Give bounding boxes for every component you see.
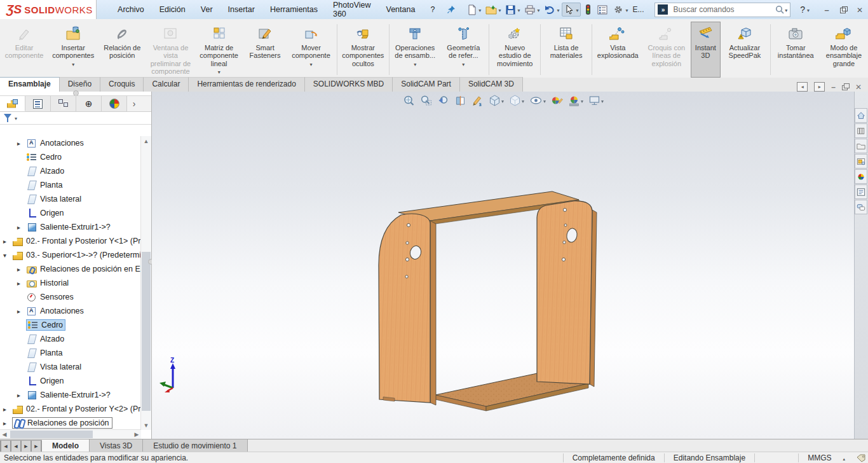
ribbon-button-mostrar-componentes-ocultos[interactable]: Mostrar componentes ocultos: [338, 22, 388, 78]
tree-item[interactable]: Vista lateral: [0, 360, 141, 374]
tree-item[interactable]: Saliente-Extruir1->?: [0, 388, 141, 402]
ribbon-button-modo-ensamblaje-grande[interactable]: Modo de ensamblaje grande: [820, 22, 868, 78]
file-explorer-icon[interactable]: [855, 154, 867, 169]
ribbon-button-vista-explosionada[interactable]: Vista explosionada: [593, 22, 642, 78]
last-tab-button[interactable]: ▶: [31, 440, 42, 452]
tree-item[interactable]: Relaciones de posición: [0, 416, 141, 430]
tree-item[interactable]: Historial: [0, 276, 141, 290]
tag-icon[interactable]: [854, 454, 868, 462]
menu-herramientas[interactable]: Herramientas: [263, 2, 325, 17]
chevron-down-icon[interactable]: [785, 5, 787, 14]
tree-item[interactable]: Anotaciones: [0, 304, 141, 318]
save-button[interactable]: [503, 3, 522, 17]
solidworks-resources-icon[interactable]: [855, 123, 867, 138]
scroll-left-icon[interactable]: ◀: [0, 430, 9, 439]
tree-item[interactable]: Origen: [0, 374, 141, 388]
view-orientation-icon[interactable]: [488, 94, 504, 107]
units-selector[interactable]: MMGS: [798, 453, 854, 462]
scrollbar-thumb[interactable]: [10, 431, 93, 438]
print-button[interactable]: [522, 3, 541, 17]
ribbon-button-operaciones-de-ensamblaje[interactable]: Operaciones de ensamb...: [391, 22, 439, 78]
options-gear-button[interactable]: [611, 3, 630, 17]
tab-herramientas-renderizado[interactable]: Herramientas de renderizado: [189, 77, 304, 92]
chevron-down-icon[interactable]: [72, 60, 74, 66]
menu-archivo[interactable]: Archivo: [111, 2, 151, 17]
ribbon-button-relacion-de-posicion[interactable]: Relación de posición: [98, 22, 146, 78]
search-input[interactable]: [672, 4, 775, 15]
chevron-down-icon[interactable]: [414, 60, 416, 66]
previous-view-icon[interactable]: [437, 94, 449, 107]
expander-icon[interactable]: [3, 418, 12, 427]
help-button[interactable]: ?: [798, 4, 807, 15]
chevron-down-icon[interactable]: [501, 96, 504, 105]
appearances-icon[interactable]: [855, 169, 867, 184]
document-minimize-button[interactable]: [831, 83, 836, 92]
expander-icon[interactable]: [17, 265, 26, 273]
rebuild-button[interactable]: [581, 3, 594, 17]
ribbon-button-instant-3d[interactable]: Instant 3D: [691, 22, 721, 78]
document-restore-button[interactable]: [842, 83, 849, 90]
design-library-icon[interactable]: [855, 139, 867, 153]
tree-item[interactable]: Anotaciones: [0, 136, 141, 150]
expander-icon[interactable]: [3, 404, 12, 413]
chevron-down-icon[interactable]: [537, 5, 539, 14]
ribbon-button-lista-de-materiales[interactable]: Lista de materiales: [542, 22, 590, 78]
new-document-button[interactable]: [465, 3, 483, 17]
menu-photoview360[interactable]: PhotoView 360: [326, 0, 378, 22]
collapse-right-pane-button[interactable]: [814, 82, 825, 92]
more-tabs-arrow-icon[interactable]: ›: [127, 96, 141, 111]
ribbon-button-tomar-instantanea[interactable]: Tomar instantánea: [772, 22, 820, 78]
pin-menu-icon[interactable]: [447, 5, 456, 14]
zoom-fit-icon[interactable]: [402, 94, 415, 107]
tree-item[interactable]: Relaciones de posición en Er: [0, 262, 141, 276]
document-close-button[interactable]: [855, 83, 862, 92]
tree-vertical-scrollbar[interactable]: ▲ ▼: [140, 136, 151, 430]
chevron-down-icon[interactable]: [543, 96, 546, 105]
tab-ensamblaje[interactable]: Ensamblaje: [0, 77, 60, 92]
tree-item[interactable]: Alzado: [0, 332, 141, 346]
tree-item[interactable]: Saliente-Extruir1->?: [0, 220, 141, 234]
filter-icon[interactable]: [3, 113, 13, 123]
tab-property-manager[interactable]: [25, 96, 51, 111]
tab-vistas-3d[interactable]: Vistas 3D: [90, 439, 143, 452]
expander-icon[interactable]: [17, 139, 26, 148]
expander-icon[interactable]: [3, 237, 12, 245]
tree-item[interactable]: 03.- Superior<1>->? (Predetermi: [0, 248, 141, 262]
custom-properties-icon[interactable]: [855, 184, 867, 199]
chevron-down-icon[interactable]: [807, 5, 810, 14]
tree-item[interactable]: Vista lateral: [0, 192, 141, 206]
ribbon-button-geometria-de-referencia[interactable]: Geometría de refer...: [439, 22, 487, 78]
close-button[interactable]: [851, 3, 868, 17]
chevron-down-icon[interactable]: [576, 5, 578, 14]
edit-annotation-icon[interactable]: [471, 94, 484, 107]
tree-item[interactable]: Origen: [0, 206, 141, 220]
first-tab-button[interactable]: ◀: [0, 440, 11, 452]
menu-help[interactable]: ?: [423, 2, 442, 17]
scroll-up-icon[interactable]: ▲: [141, 136, 151, 146]
chevron-down-icon[interactable]: [601, 96, 604, 105]
select-tool-button[interactable]: [562, 3, 581, 17]
tree-item-selected[interactable]: Cedro: [0, 318, 141, 332]
chevron-down-icon[interactable]: [557, 5, 559, 14]
menu-insertar[interactable]: Insertar: [221, 2, 262, 17]
apply-scene-icon[interactable]: [567, 94, 583, 107]
scrollbar-thumb[interactable]: [142, 252, 151, 411]
user-forum-icon[interactable]: [855, 200, 867, 214]
ribbon-button-ventana-vista-preliminar[interactable]: Ventana de vista preliminar de component…: [146, 22, 194, 78]
tree-item[interactable]: Alzado: [0, 164, 141, 178]
ribbon-button-insertar-componentes[interactable]: Insertar componentes: [48, 22, 98, 78]
previous-tab-button[interactable]: ◀: [11, 440, 21, 452]
tab-croquis[interactable]: Croquis: [100, 77, 144, 92]
edit-appearance-icon[interactable]: [550, 94, 563, 107]
tab-featuremanager-tree[interactable]: [0, 96, 25, 111]
tree-item[interactable]: Planta: [0, 178, 141, 192]
ribbon-button-smart-fasteners[interactable]: Smart Fasteners: [243, 22, 287, 78]
menu-ver[interactable]: Ver: [194, 2, 220, 17]
tree-horizontal-scrollbar[interactable]: ◀ ▶: [0, 429, 141, 439]
expander-icon[interactable]: [17, 390, 26, 399]
next-tab-button[interactable]: ▶: [21, 440, 31, 452]
view-settings-icon[interactable]: [588, 94, 604, 107]
expander-icon[interactable]: [17, 279, 26, 287]
tab-solidcam-3d[interactable]: SolidCAM 3D: [460, 77, 523, 92]
tree-item[interactable]: Sensores: [0, 290, 141, 304]
